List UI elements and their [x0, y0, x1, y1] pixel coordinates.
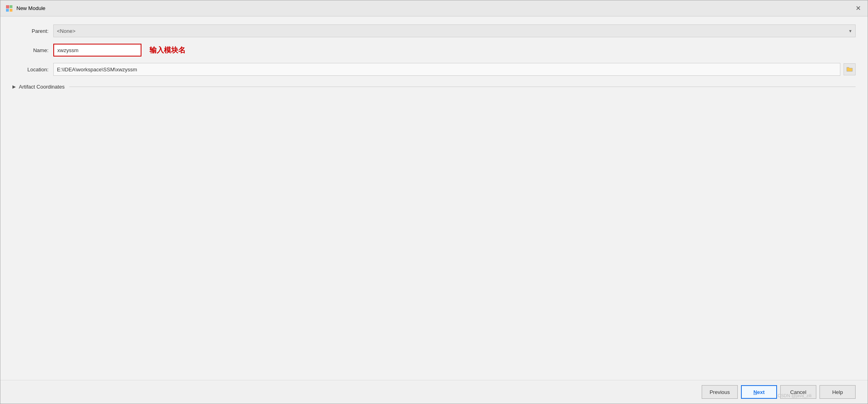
- parent-select[interactable]: <None>: [53, 24, 856, 37]
- dialog-footer: Previous Next Cancel Help: [0, 380, 868, 404]
- help-button[interactable]: Help: [820, 385, 856, 399]
- artifact-section: ▶ Artifact Coordinates: [12, 84, 856, 90]
- parent-select-wrapper: <None> ▼: [53, 24, 856, 37]
- svg-rect-2: [6, 9, 9, 12]
- name-input[interactable]: [53, 44, 141, 57]
- artifact-chevron-icon[interactable]: ▶: [12, 84, 16, 89]
- artifact-divider: [69, 87, 856, 87]
- name-label: Name:: [12, 47, 48, 53]
- name-row: Name: 输入模块名: [12, 44, 856, 57]
- svg-rect-3: [10, 9, 12, 12]
- browse-folder-button[interactable]: [844, 63, 856, 75]
- artifact-coordinates-title: Artifact Coordinates: [19, 84, 65, 90]
- title-bar: New Module ✕: [0, 0, 868, 16]
- parent-row: Parent: <None> ▼: [12, 24, 856, 37]
- next-button[interactable]: Next: [741, 385, 777, 399]
- name-row-content: 输入模块名: [53, 44, 856, 57]
- dialog-title: New Module: [16, 5, 45, 11]
- location-row-content: [53, 63, 856, 76]
- name-hint: 输入模块名: [149, 45, 186, 55]
- close-button[interactable]: ✕: [853, 4, 863, 13]
- previous-button[interactable]: Previous: [702, 385, 738, 399]
- location-label: Location:: [12, 67, 48, 73]
- module-icon: [5, 4, 13, 12]
- location-row: Location:: [12, 63, 856, 76]
- parent-label: Parent:: [12, 28, 48, 34]
- title-bar-left: New Module: [5, 4, 45, 12]
- svg-rect-1: [10, 5, 12, 8]
- location-input[interactable]: [53, 63, 840, 76]
- dialog-content: Parent: <None> ▼ Name: 输入模块名 Location:: [0, 16, 868, 380]
- folder-icon: [846, 67, 853, 72]
- watermark: CSDN @java_zili: [777, 393, 811, 398]
- new-module-dialog: New Module ✕ Parent: <None> ▼ Name: 输入模块…: [0, 0, 868, 404]
- svg-rect-0: [6, 5, 9, 8]
